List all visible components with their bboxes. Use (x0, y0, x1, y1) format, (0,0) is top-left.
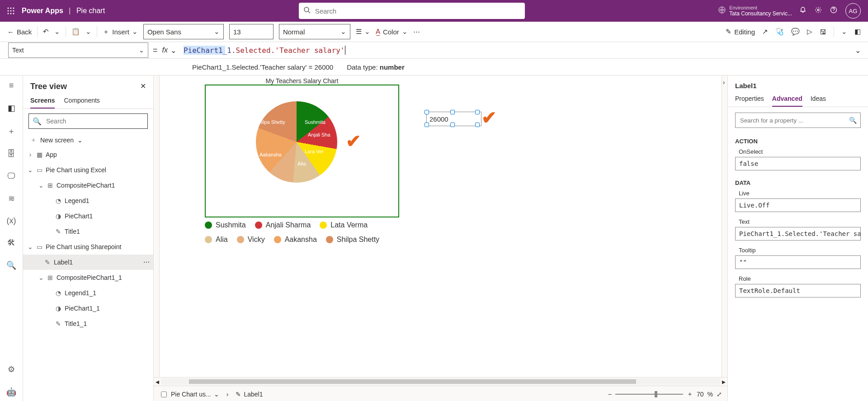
tab-properties[interactable]: Properties (735, 91, 764, 107)
rail-media-icon[interactable]: 🖵 (7, 171, 15, 181)
tree-item-title1[interactable]: ✎Title1 (23, 224, 153, 239)
help-icon[interactable] (830, 6, 837, 15)
tab-components[interactable]: Components (64, 93, 99, 109)
tree-item-piechart2[interactable]: ◑PieChart1_1 (23, 301, 153, 316)
expand-formula-icon[interactable]: ⌄ (855, 46, 861, 55)
tree-item-screen-excel[interactable]: ⌄▭Pie Chart using Excel (23, 162, 153, 178)
tree-search[interactable]: 🔍 (28, 113, 148, 129)
prop-live-input[interactable]: Live.Off (735, 198, 861, 212)
rail-ask-icon[interactable]: 🤖 (6, 387, 16, 397)
tree-item-composite1[interactable]: ⌄⊞CompositePieChart1 (23, 178, 153, 193)
font-weight-dropdown[interactable]: Normal⌄ (279, 24, 350, 39)
tree-item-app[interactable]: ›▦App (23, 147, 153, 162)
rail-search-icon[interactable]: 🔍 (6, 260, 16, 270)
chart-legend[interactable]: SushmitaAnjali SharmaLata VermaAliaVicky… (205, 221, 395, 244)
search-input[interactable] (314, 7, 520, 15)
share-icon[interactable]: ↗ (762, 28, 768, 36)
canvas[interactable]: My Teachers Salary Chart Sushmita Anjali… (159, 75, 722, 377)
page-name[interactable]: Pie chart (76, 7, 105, 14)
rail-flows-icon[interactable]: ≋ (8, 193, 15, 203)
undo-button[interactable]: ↶ (43, 28, 49, 36)
item-more-icon[interactable]: ⋯ (143, 259, 150, 266)
screen-checkbox[interactable] (161, 392, 167, 397)
paste-dropdown[interactable]: ⌄ (85, 28, 91, 36)
publish-dropdown[interactable]: ⌄ (841, 28, 847, 36)
paste-button[interactable]: 📋 (71, 28, 80, 36)
scroll-left-icon[interactable]: ◂ (156, 377, 159, 386)
waffle-icon[interactable] (0, 7, 22, 14)
zoom-in-button[interactable]: ＋ (687, 390, 693, 398)
rail-data-icon[interactable]: 🗄 (7, 149, 15, 159)
legend-item[interactable]: Lata Verma (320, 221, 368, 229)
prop-tooltip-input[interactable]: "" (735, 255, 861, 269)
tab-ideas[interactable]: Ideas (811, 91, 826, 107)
tree-item-label1[interactable]: ✎Label1 ⋯ (23, 255, 153, 270)
chevron-down-icon: ⌄ (364, 28, 370, 36)
font-size-input[interactable]: 13 (229, 24, 274, 39)
font-family-dropdown[interactable]: Open Sans⌄ (143, 24, 224, 39)
scroll-right-icon[interactable]: ▸ (722, 377, 726, 386)
avatar[interactable]: AG (845, 3, 861, 19)
tree-item-title2[interactable]: ✎Title1_1 (23, 316, 153, 331)
legend-item[interactable]: Sushmita (205, 221, 246, 229)
legend-item[interactable]: Shilpa Shetty (326, 236, 379, 244)
comments-icon[interactable]: 💬 (791, 28, 800, 36)
color-button[interactable]: A̲ Color ⌄ (376, 28, 408, 36)
prop-onselect-input[interactable]: false (735, 157, 861, 170)
tree-item-legend2[interactable]: ◔Legend1_1 (23, 285, 153, 301)
environment[interactable]: Environment Tata Consultancy Servic... (718, 5, 799, 17)
align-button[interactable]: ☰⌄ (356, 28, 370, 36)
global-search[interactable] (299, 3, 525, 19)
publish-icon[interactable]: ◧ (854, 28, 861, 36)
rail-settings-icon[interactable]: ⚙ (8, 364, 15, 374)
settings-icon[interactable] (815, 6, 822, 15)
footer-label-crumb[interactable]: ✎ Label1 (236, 391, 263, 398)
legend-item[interactable]: Anjali Sharma (255, 221, 311, 229)
prop-role-input[interactable]: TextRole.Default (735, 284, 861, 297)
property-search-input[interactable] (739, 117, 845, 124)
overflow-button[interactable]: ⋯ (413, 28, 420, 36)
tree-item-legend1[interactable]: ◔Legend1 (23, 193, 153, 208)
rail-insert-icon[interactable]: ＋ (7, 126, 15, 137)
save-icon[interactable]: 🖫 (820, 28, 826, 36)
rail-hamburger-icon[interactable]: ≡ (9, 81, 14, 90)
fit-icon[interactable]: ⤢ (717, 391, 722, 398)
scrollbar-thumb[interactable] (189, 379, 637, 384)
pie-chart[interactable]: Sushmita Anjali Sha Lara Ver Alia Aakans… (256, 101, 337, 183)
editing-mode[interactable]: ✎ Editing (726, 28, 755, 36)
selected-label-control[interactable]: 26000 (426, 112, 478, 125)
tree-item-piechart1[interactable]: ◑PieChart1 (23, 208, 153, 224)
tab-advanced[interactable]: Advanced (772, 91, 802, 107)
close-icon[interactable]: ✕ (140, 82, 146, 91)
rail-tree-icon[interactable]: ◧ (8, 103, 15, 113)
canvas-h-scrollbar[interactable]: ◂ ▸ (154, 377, 727, 386)
undo-dropdown[interactable]: ⌄ (54, 28, 60, 36)
checker-icon[interactable]: 🩺 (775, 28, 784, 36)
footer-screen-crumb[interactable]: Pie Chart us... ⌄ (159, 390, 219, 399)
notifications-icon[interactable] (799, 6, 807, 15)
tree-item-composite2[interactable]: ⌄⊞CompositePieChart1_1 (23, 270, 153, 285)
preview-icon[interactable]: ▷ (807, 28, 812, 36)
chart-title[interactable]: My Teachers Salary Chart (205, 77, 399, 85)
insert-button[interactable]: ＋ Insert ⌄ (103, 28, 138, 36)
tab-screens[interactable]: Screens (30, 93, 55, 109)
tree-search-input[interactable] (45, 117, 144, 125)
legend-item[interactable]: Aakansha (274, 236, 317, 244)
new-screen-button[interactable]: ＋ New screen ⌄ (23, 133, 153, 147)
piechart-container[interactable]: Sushmita Anjali Sha Lara Ver Alia Aakans… (205, 85, 399, 217)
back-button[interactable]: ← Back (7, 28, 32, 36)
zoom-out-button[interactable]: − (608, 391, 612, 398)
app-name[interactable]: Power Apps (22, 7, 63, 14)
legend-item[interactable]: Vicky (237, 236, 265, 244)
tree-item-screen-sp[interactable]: ⌄▭Pie Chart using Sharepoint (23, 239, 153, 255)
collapse-pane-icon[interactable]: › (720, 75, 728, 89)
prop-text-input[interactable]: PieChart1_1.Selected.'Teacher salary' (735, 227, 861, 241)
zoom-slider[interactable] (615, 394, 683, 395)
rail-variables-icon[interactable]: (x) (7, 216, 16, 226)
rail-tools-icon[interactable]: 🛠 (7, 238, 15, 248)
chevron-down-icon[interactable]: ⌄ (170, 46, 176, 55)
formula-input[interactable]: PieChart1_1.Selected.'Teacher salary' (184, 42, 848, 58)
legend-item[interactable]: Alia (205, 236, 228, 244)
property-selector[interactable]: Text ⌄ (8, 42, 148, 58)
property-search[interactable]: 🔍 (735, 113, 861, 128)
